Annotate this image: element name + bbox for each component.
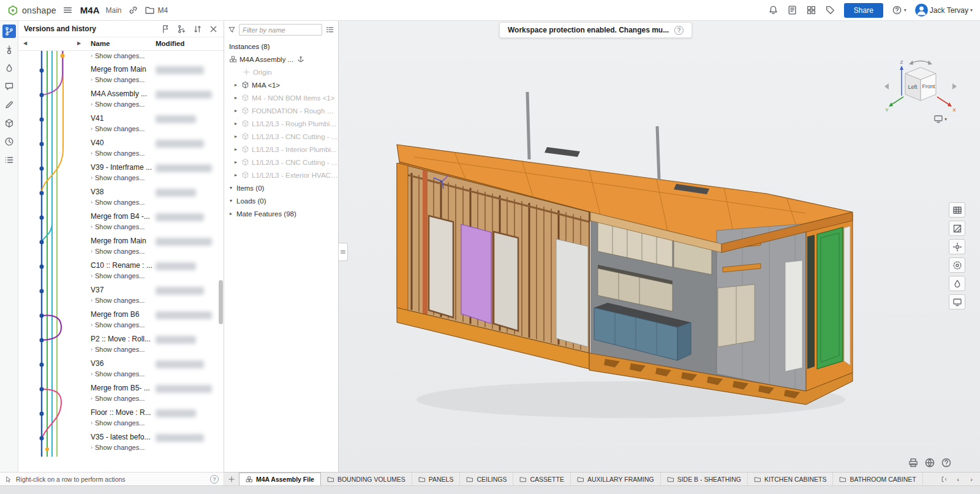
notifications-icon[interactable] xyxy=(768,5,778,15)
expand-icon[interactable]: ▸ xyxy=(233,82,239,88)
white-wall-panel[interactable] xyxy=(785,260,802,371)
expand-icon[interactable]: ▸ xyxy=(233,172,239,178)
section-loads-0[interactable]: ▾Loads (0) xyxy=(224,194,338,207)
graph-collapse-icon[interactable]: ◀ xyxy=(22,39,28,47)
section-view-icon[interactable] xyxy=(949,221,965,236)
show-changes-link[interactable]: ›Show changes... xyxy=(91,197,217,208)
show-changes-link[interactable]: ›Show changes... xyxy=(91,124,217,134)
link-icon[interactable] xyxy=(128,5,138,15)
share-button[interactable]: Share xyxy=(844,3,883,18)
edit-icon[interactable] xyxy=(2,98,16,112)
tab-cassette[interactable]: CASSETTE xyxy=(513,473,570,485)
app-store-icon[interactable] xyxy=(806,5,816,15)
show-changes-link[interactable]: ›Show changes... xyxy=(91,320,217,330)
instance-foundation-rough-plu[interactable]: ▸FOUNDATION - Rough Plu... xyxy=(224,104,338,117)
graph-expand-icon[interactable]: ▶ xyxy=(76,39,82,47)
show-changes-link[interactable]: ›Show changes... xyxy=(91,99,217,110)
column-modified[interactable]: Modified xyxy=(156,40,184,47)
version-name[interactable]: Floor :: Move : R... xyxy=(91,408,217,418)
compare-icon[interactable] xyxy=(193,25,202,34)
print-icon[interactable] xyxy=(908,457,919,468)
appearance-panel-icon[interactable] xyxy=(949,276,965,291)
show-changes-link[interactable]: ›Show changes... xyxy=(91,271,217,281)
comments-icon[interactable] xyxy=(2,80,16,93)
version-entry[interactable]: V41›Show changes... xyxy=(91,113,217,138)
filter-input[interactable] xyxy=(239,24,322,36)
section-mate-features-98[interactable]: ▸Mate Features (98) xyxy=(224,207,338,220)
instance-l1-l2-l3-rough-plumbin[interactable]: ▸L1/L2/L3 - Rough Plumbin... xyxy=(224,117,338,130)
expand-icon[interactable]: ▸ xyxy=(233,121,239,126)
rotate-right-arrow[interactable] xyxy=(952,83,957,89)
version-name[interactable]: V38 xyxy=(91,187,217,197)
branch-name[interactable]: Main xyxy=(106,6,122,15)
user-menu[interactable]: Jack Tervay ▾ xyxy=(915,4,973,17)
tab-bathroom-cabinet[interactable]: BATHROOM CABINET xyxy=(833,473,922,485)
version-entry[interactable]: C10 :: Rename : ...›Show changes... xyxy=(91,260,217,285)
version-entry[interactable]: P2 :: Move : Roll...›Show changes... xyxy=(91,334,217,359)
assembly-root-item[interactable]: M4A Assembly ... xyxy=(224,53,338,66)
expand-icon[interactable]: ▸ xyxy=(233,134,239,139)
viewport[interactable]: Workspace protection enabled. Changes mu… xyxy=(339,21,980,472)
release-notes-icon[interactable] xyxy=(787,5,797,15)
show-changes-link[interactable]: ›Show changes... xyxy=(91,173,217,183)
show-changes-link[interactable]: ›Show changes... xyxy=(91,75,217,85)
model-end-wall[interactable] xyxy=(806,213,853,392)
show-changes-link[interactable]: ›Show changes... xyxy=(91,51,217,61)
door-opening[interactable] xyxy=(494,232,518,331)
named-positions-icon[interactable] xyxy=(949,257,965,273)
instance-l1-l2-l3-cnc-cutting[interactable]: ▸L1/L2/L3 - CNC Cutting - ... xyxy=(224,156,338,169)
section-items-0[interactable]: ▾Items (0) xyxy=(224,181,338,194)
labels-icon[interactable] xyxy=(825,5,835,15)
rotate-left-arrow[interactable] xyxy=(884,83,889,89)
version-name[interactable]: C10 :: Rename : ... xyxy=(91,260,217,271)
expand-icon[interactable]: ▸ xyxy=(233,95,239,101)
appearance-icon[interactable] xyxy=(2,61,16,75)
show-changes-link[interactable]: ›Show changes... xyxy=(91,222,217,232)
instance-m4-non-bom-items-1[interactable]: ▸M4 - NON BOM Items <1> xyxy=(224,91,338,104)
help-menu[interactable]: ▾ xyxy=(892,5,907,15)
instance-m4a-1[interactable]: ▸M4A <1> xyxy=(224,78,338,91)
expand-icon[interactable]: ▾ xyxy=(228,198,234,203)
show-changes-link[interactable]: ›Show changes... xyxy=(91,443,217,453)
exploded-view-icon[interactable] xyxy=(949,239,965,254)
expand-icon[interactable]: ▸ xyxy=(233,159,239,165)
tab-manager-button[interactable] xyxy=(938,474,951,485)
version-entry[interactable]: Floor :: Move : R...›Show changes... xyxy=(91,408,217,432)
parts-list-icon[interactable] xyxy=(2,116,16,130)
roof-rod[interactable] xyxy=(527,92,529,159)
banner-help-icon[interactable]: ? xyxy=(674,26,684,35)
version-entry[interactable]: V38›Show changes... xyxy=(91,187,217,211)
version-name[interactable]: P2 :: Move : Roll... xyxy=(91,334,217,344)
door-opening[interactable] xyxy=(429,216,453,317)
tab-scroll-left[interactable]: ‹ xyxy=(952,474,964,485)
viewcube-left-label[interactable]: Left xyxy=(908,84,918,90)
tab-kitchen-cabinets[interactable]: KITCHEN CABINETS xyxy=(748,473,834,485)
tab-m4a-assembly-file[interactable]: M4A Assembly File xyxy=(239,473,321,485)
instance-l1-l2-l3-cnc-cutting[interactable]: ▸L1/L2/L3 - CNC Cutting - ... xyxy=(224,130,338,143)
tab-side-b-sheathing[interactable]: SIDE B - SHEATHING xyxy=(661,473,748,485)
instances-header[interactable]: Instances (8) xyxy=(224,40,338,53)
version-name[interactable]: V41 xyxy=(91,113,217,124)
expand-icon[interactable]: ▸ xyxy=(228,211,234,216)
show-changes-link[interactable]: ›Show changes... xyxy=(91,393,217,404)
show-changes-link[interactable]: ›Show changes... xyxy=(91,246,217,257)
show-changes-link[interactable]: ›Show changes... xyxy=(91,344,217,355)
panel-resize-handle[interactable] xyxy=(339,243,348,261)
main-menu-icon[interactable] xyxy=(62,5,73,15)
create-branch-icon[interactable] xyxy=(177,25,186,34)
tab-auxillary-framing[interactable]: AUXILLARY FRAMING xyxy=(571,473,661,485)
tab-panels[interactable]: PANELS xyxy=(412,473,461,485)
folder-breadcrumb[interactable]: M4 xyxy=(145,5,168,15)
purple-panel[interactable] xyxy=(461,224,491,324)
status-help-icon[interactable]: ? xyxy=(210,475,219,484)
viewcube-front-label[interactable]: Front xyxy=(922,83,935,89)
column-name[interactable]: Name xyxy=(91,40,110,47)
instance-l1-l2-l3-interior-plumbi[interactable]: ▸L1/L2/L3 - Interior Plumbi... xyxy=(224,143,338,156)
expand-icon[interactable]: ▾ xyxy=(228,185,234,191)
document-title[interactable]: M4A xyxy=(80,5,100,15)
show-changes-link[interactable]: ›Show changes... xyxy=(91,418,217,428)
show-changes-link[interactable]: ›Show changes... xyxy=(91,295,217,306)
list-view-icon[interactable] xyxy=(325,25,334,34)
add-tab-button[interactable] xyxy=(224,473,239,485)
bom-table-icon[interactable] xyxy=(949,202,965,218)
